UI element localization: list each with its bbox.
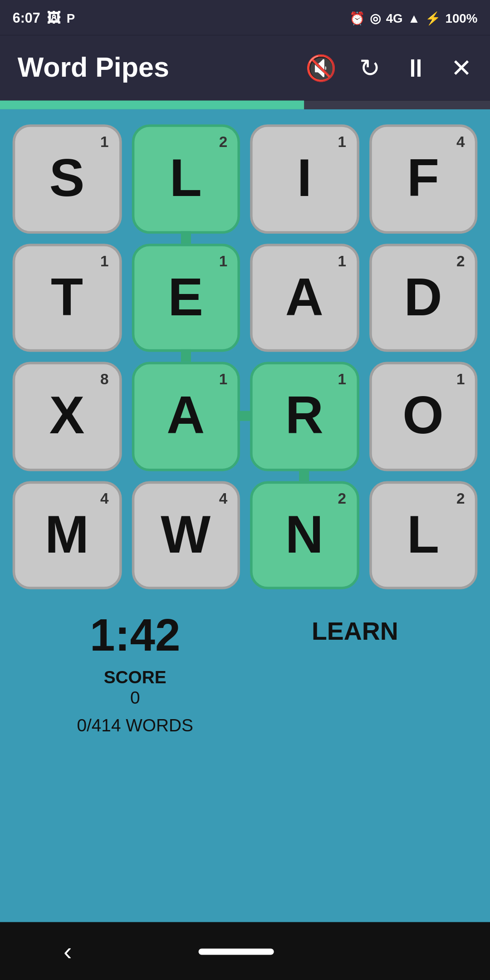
- tile-letter-3: F: [407, 152, 439, 205]
- status-left: 6:07 🖼 P: [13, 10, 75, 25]
- tile-t-4[interactable]: 1T: [13, 243, 122, 352]
- tile-s-0[interactable]: 1S: [13, 124, 122, 233]
- battery-level: 100%: [445, 11, 477, 24]
- back-button[interactable]: ‹: [64, 936, 72, 965]
- signal-icon: ▲: [408, 11, 420, 24]
- app-title: Word Pipes: [18, 52, 169, 84]
- connector-v-5: [181, 349, 191, 362]
- score-value: 0: [130, 687, 140, 707]
- tile-score-5: 1: [219, 252, 228, 270]
- connector-v-10: [299, 468, 309, 481]
- tile-score-10: 1: [338, 371, 346, 388]
- status-right: ⏰ ◎ 4G ▲ ⚡ 100%: [349, 11, 477, 24]
- tile-score-15: 2: [456, 490, 465, 507]
- tile-letter-12: M: [45, 509, 89, 561]
- score-label: SCORE: [104, 667, 167, 687]
- tile-letter-1: L: [170, 152, 202, 205]
- progress-fill: [0, 101, 304, 109]
- signal-label: 4G: [386, 11, 403, 24]
- tile-score-11: 1: [456, 371, 465, 388]
- tile-f-3[interactable]: 4F: [369, 124, 478, 233]
- tile-score-13: 4: [219, 490, 228, 507]
- tile-score-0: 1: [100, 133, 109, 151]
- tile-score-7: 2: [456, 252, 465, 270]
- tile-score-3: 4: [456, 133, 465, 151]
- tile-m-12[interactable]: 4M: [13, 480, 122, 589]
- tile-score-8: 8: [100, 371, 109, 388]
- game-area: 1S2L1I4F1T1E1A2D8X1A1R1O4M4W2N2L 1:42 SC…: [0, 109, 490, 922]
- tile-letter-15: L: [407, 509, 439, 561]
- tile-letter-7: D: [404, 271, 442, 323]
- tile-score-4: 1: [100, 252, 109, 270]
- tile-letter-10: R: [285, 390, 323, 442]
- tile-score-9: 1: [219, 371, 228, 388]
- tile-l-1[interactable]: 2L: [131, 124, 240, 233]
- tile-letter-13: W: [161, 509, 211, 561]
- tile-letter-2: I: [297, 152, 312, 205]
- tile-a-6[interactable]: 1A: [250, 243, 359, 352]
- tile-letter-4: T: [51, 271, 83, 323]
- stats-area: 1:42 SCORE 0 0/414 WORDS LEARN: [13, 609, 478, 735]
- pause-button[interactable]: ⏸: [403, 54, 428, 83]
- connector-v-1: [181, 230, 191, 243]
- alarm-icon: ⏰: [349, 11, 364, 24]
- timer-score-panel: 1:42 SCORE 0 0/414 WORDS: [25, 609, 245, 735]
- tile-letter-5: E: [168, 271, 203, 323]
- tile-letter-0: S: [49, 152, 85, 205]
- timer-display: 1:42: [90, 609, 181, 662]
- status-time: 6:07: [13, 10, 40, 25]
- tile-r-10[interactable]: 1R: [250, 362, 359, 471]
- connector-h-9: [237, 411, 250, 421]
- tile-letter-14: N: [285, 509, 323, 561]
- tile-n-14[interactable]: 2N: [250, 480, 359, 589]
- tile-letter-9: A: [167, 390, 205, 442]
- tile-letter-11: O: [402, 390, 443, 442]
- home-indicator[interactable]: [199, 948, 274, 954]
- location-icon: ◎: [370, 11, 381, 24]
- learn-text: LEARN: [312, 617, 398, 646]
- learn-area: LEARN: [245, 609, 465, 735]
- title-actions: 🔇 ↻ ⏸ ✕: [305, 53, 472, 83]
- tile-score-1: 2: [219, 133, 228, 151]
- title-bar: Word Pipes 🔇 ↻ ⏸ ✕: [0, 35, 490, 101]
- tile-d-7[interactable]: 2D: [369, 243, 478, 352]
- tile-l-15[interactable]: 2L: [369, 480, 478, 589]
- battery-icon: ⚡: [425, 11, 440, 24]
- tile-o-11[interactable]: 1O: [369, 362, 478, 471]
- close-button[interactable]: ✕: [451, 53, 472, 83]
- progress-bar: [0, 101, 490, 109]
- tile-e-5[interactable]: 1E: [131, 243, 240, 352]
- words-count: 0/414 WORDS: [77, 715, 193, 735]
- tile-score-14: 2: [338, 490, 346, 507]
- tile-score-12: 4: [100, 490, 109, 507]
- mute-button[interactable]: 🔇: [305, 53, 337, 83]
- tile-i-2[interactable]: 1I: [250, 124, 359, 233]
- status-bar: 6:07 🖼 P ⏰ ◎ 4G ▲ ⚡ 100%: [0, 0, 490, 35]
- tile-x-8[interactable]: 8X: [13, 362, 122, 471]
- tile-a-9[interactable]: 1A: [131, 362, 240, 471]
- tile-letter-8: X: [49, 390, 85, 442]
- letter-grid: 1S2L1I4F1T1E1A2D8X1A1R1O4M4W2N2L: [13, 124, 478, 589]
- status-p-icon: P: [67, 11, 75, 24]
- refresh-button[interactable]: ↻: [359, 53, 381, 83]
- tile-score-2: 1: [338, 133, 346, 151]
- nav-bar: ‹: [0, 922, 490, 980]
- status-photo-icon: 🖼: [47, 10, 60, 25]
- tile-letter-6: A: [285, 271, 323, 323]
- tile-w-13[interactable]: 4W: [131, 480, 240, 589]
- tile-score-6: 1: [338, 252, 346, 270]
